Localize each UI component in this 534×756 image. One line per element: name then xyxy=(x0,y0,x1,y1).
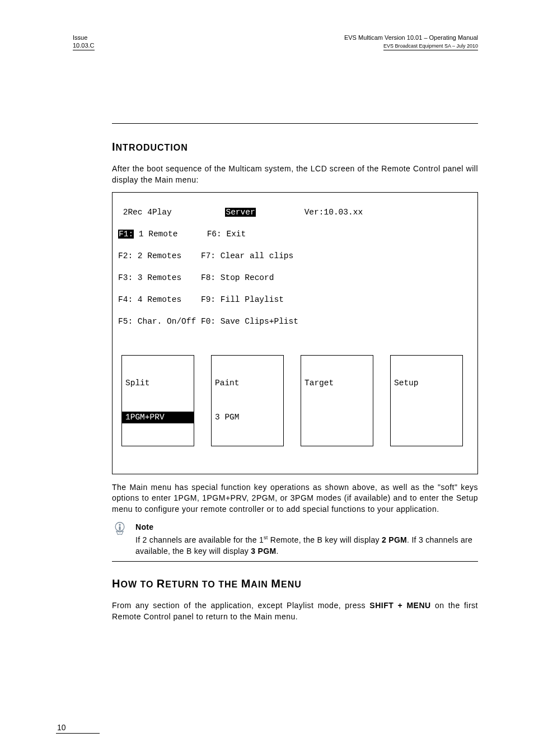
heading-rest: AIN xyxy=(251,580,271,589)
heading-rest: ENU xyxy=(281,580,302,589)
page-number: 10 xyxy=(56,723,100,734)
page: Issue 10.03.C EVS Multicam Version 10.01… xyxy=(0,0,534,756)
heading-cap: M xyxy=(271,577,281,590)
softkey-top: Target xyxy=(301,377,373,390)
lcd-mode: 2Rec 4Play xyxy=(118,208,172,217)
intro-paragraph: After the boot sequence of the Multicam … xyxy=(112,164,478,185)
softkey-top: Split xyxy=(122,377,194,390)
heading-cap: H xyxy=(112,577,120,590)
lcd-f1-rest: 1 Remote F6: Exit xyxy=(134,230,246,239)
section-heading-return: HOW TO RETURN TO THE MAIN MENU xyxy=(112,577,478,590)
content-area: INTRODUCTION After the boot sequence of … xyxy=(112,123,478,623)
heading-cap: M xyxy=(241,577,251,590)
note-body: If 2 channels are available for the 1st … xyxy=(135,535,472,556)
lcd-screen: 2Rec 4Play Server Ver:10.03.xx F1: 1 Rem… xyxy=(112,192,478,474)
svg-point-1 xyxy=(119,524,120,526)
para-frag: From any section of the application, exc… xyxy=(112,601,369,610)
lcd-line-2: F1: 1 Remote F6: Exit xyxy=(118,229,472,240)
note-title: Note xyxy=(135,521,478,533)
softkey-row: Split 1PGM+PRV Paint 3 PGM Target Setup xyxy=(121,355,472,446)
page-header: Issue 10.03.C EVS Multicam Version 10.01… xyxy=(73,34,478,50)
softkey-bottom: 3 PGM xyxy=(212,412,283,424)
lcd-line-6: F5: Char. On/Off F0: Save Clips+Plist xyxy=(118,316,472,328)
note-superscript: st xyxy=(264,535,268,540)
issue-label: Issue xyxy=(73,34,87,41)
softkey-split: Split 1PGM+PRV xyxy=(121,355,194,446)
lcd-line-5: F4: 4 Remotes F9: Fill Playlist xyxy=(118,295,472,306)
softkey-bottom xyxy=(391,412,462,423)
doc-title: EVS Multicam Version 10.01 – Operating M… xyxy=(344,34,478,41)
header-left: Issue 10.03.C xyxy=(73,34,95,50)
return-paragraph: From any section of the application, exc… xyxy=(112,600,478,622)
note-text: Note If 2 channels are available for the… xyxy=(135,521,478,557)
header-right: EVS Multicam Version 10.01 – Operating M… xyxy=(344,34,478,50)
doc-subtitle: EVS Broadcast Equipment SA – July 2010 xyxy=(383,43,478,50)
softkey-setup: Setup xyxy=(390,355,463,446)
lcd-line-1: 2Rec 4Play Server Ver:10.03.xx xyxy=(118,207,472,218)
after-lcd-paragraph: The Main menu has special function key o… xyxy=(112,482,478,515)
heading-cap: R xyxy=(157,577,165,590)
heading-rest: ETURN TO THE xyxy=(165,580,241,589)
note-frag: If 2 channels are available for the 1 xyxy=(135,535,264,544)
softkey-top: Paint xyxy=(212,377,283,390)
softkey-top: Setup xyxy=(391,377,462,390)
issue-value: 10.03.C xyxy=(73,41,95,50)
note-frag: Remote, the B key will display xyxy=(268,535,382,544)
lcd-f1-highlight: F1: xyxy=(118,230,134,239)
note-bold: 2 PGM xyxy=(382,535,407,544)
para-bold: SHIFT + MENU xyxy=(369,601,430,610)
note-block: Note If 2 channels are available for the… xyxy=(112,521,478,562)
softkey-bottom: 1PGM+PRV xyxy=(122,412,194,424)
softkey-bottom xyxy=(301,412,373,423)
softkey-paint: Paint 3 PGM xyxy=(211,355,284,446)
lcd-line-4: F3: 3 Remotes F8: Stop Record xyxy=(118,273,472,284)
note-icon xyxy=(112,521,128,537)
svg-rect-2 xyxy=(119,526,121,530)
heading-rest: NTRODUCTION xyxy=(116,143,188,152)
horizontal-rule xyxy=(112,123,478,124)
note-bold: 3 PGM xyxy=(251,547,276,556)
lcd-version: Ver:10.03.xx xyxy=(305,208,363,217)
lcd-line-3: F2: 2 Remotes F7: Clear all clips xyxy=(118,251,472,262)
heading-rest: OW TO xyxy=(120,580,156,589)
note-frag: . xyxy=(276,547,278,556)
lcd-server-label: Server xyxy=(225,208,255,217)
page-footer: 10 xyxy=(56,723,100,734)
softkey-target: Target xyxy=(301,355,373,446)
section-heading-introduction: INTRODUCTION xyxy=(112,141,478,153)
